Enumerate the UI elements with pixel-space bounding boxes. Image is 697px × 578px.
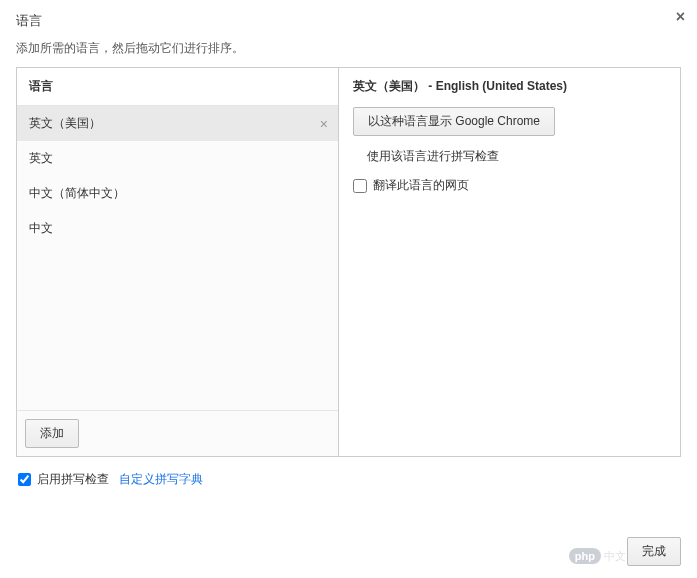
spellcheck-row: 启用拼写检查 自定义拼写字典 bbox=[16, 471, 681, 488]
language-item-en-us[interactable]: 英文（美国） × bbox=[17, 106, 338, 141]
enable-spellcheck-label: 启用拼写检查 bbox=[37, 471, 109, 488]
language-list-pane: 语言 英文（美国） × 英文 中文（简体中文） 中文 添加 bbox=[17, 68, 339, 456]
language-item-label: 英文 bbox=[29, 151, 53, 165]
translate-checkbox-row[interactable]: 翻译此语言的网页 bbox=[353, 177, 666, 194]
language-item-en[interactable]: 英文 bbox=[17, 141, 338, 176]
selected-language-title: 英文（美国） - English (United States) bbox=[353, 78, 666, 95]
language-item-label: 中文（简体中文） bbox=[29, 186, 125, 200]
translate-checkbox-label: 翻译此语言的网页 bbox=[373, 177, 469, 194]
custom-dictionary-link[interactable]: 自定义拼写字典 bbox=[119, 471, 203, 488]
language-item-label: 英文（美国） bbox=[29, 116, 101, 130]
language-list-header: 语言 bbox=[17, 68, 338, 106]
watermark-php: php bbox=[569, 548, 601, 564]
remove-icon[interactable]: × bbox=[320, 116, 328, 132]
translate-checkbox[interactable] bbox=[353, 179, 367, 193]
language-item-zh-cn[interactable]: 中文（简体中文） bbox=[17, 176, 338, 211]
done-button[interactable]: 完成 bbox=[627, 537, 681, 566]
language-list: 英文（美国） × 英文 中文（简体中文） 中文 bbox=[17, 106, 338, 410]
display-in-language-button[interactable]: 以这种语言显示 Google Chrome bbox=[353, 107, 555, 136]
language-actions: 以这种语言显示 Google Chrome 使用该语言进行拼写检查 翻译此语言的… bbox=[353, 107, 666, 194]
dialog-description: 添加所需的语言，然后拖动它们进行排序。 bbox=[16, 40, 681, 57]
dialog-title: 语言 bbox=[16, 12, 681, 30]
enable-spellcheck-checkbox[interactable] bbox=[18, 473, 31, 486]
close-icon[interactable]: × bbox=[676, 8, 685, 26]
language-detail-pane: 英文（美国） - English (United States) 以这种语言显示… bbox=[339, 68, 680, 456]
language-panel: 语言 英文（美国） × 英文 中文（简体中文） 中文 添加 bbox=[16, 67, 681, 457]
language-list-footer: 添加 bbox=[17, 410, 338, 456]
spellcheck-note: 使用该语言进行拼写检查 bbox=[353, 148, 666, 165]
add-language-button[interactable]: 添加 bbox=[25, 419, 79, 448]
language-item-label: 中文 bbox=[29, 221, 53, 235]
done-button-wrap: 完成 bbox=[627, 537, 681, 566]
language-item-zh[interactable]: 中文 bbox=[17, 211, 338, 246]
language-settings-dialog: × 语言 添加所需的语言，然后拖动它们进行排序。 语言 英文（美国） × 英文 … bbox=[0, 0, 697, 488]
